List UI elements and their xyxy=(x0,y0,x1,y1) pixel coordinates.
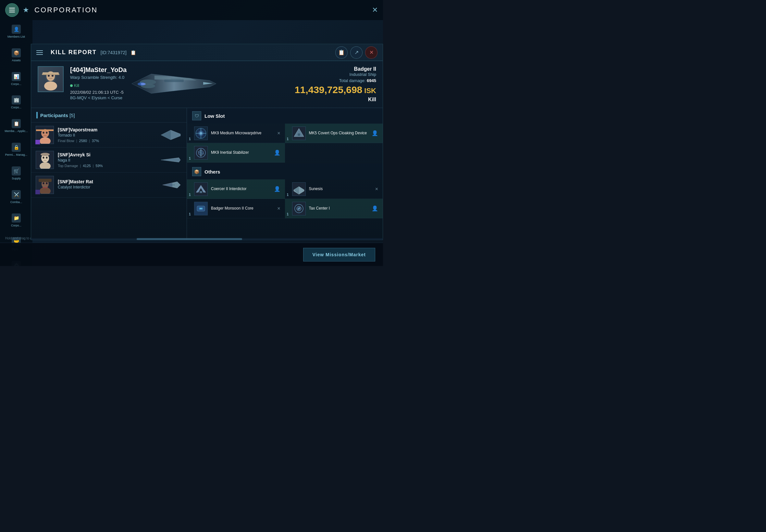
sidebar-item-combat[interactable]: ⚔️ Comba... xyxy=(2,188,31,206)
modal-close-button[interactable]: ✕ xyxy=(365,46,377,59)
sidebar-item-corp2[interactable]: 🏢 Corpo... xyxy=(2,93,31,111)
participant-name-2: [SNF]Avreyk Si xyxy=(58,152,159,157)
svg-rect-21 xyxy=(36,129,54,131)
equipment-panel: 🛡 Low Slot 1 xyxy=(187,108,383,240)
item-name-stab: MK9 Inertial Stabilizer xyxy=(211,150,249,155)
tax-center-icon-svg xyxy=(292,202,305,215)
participant-info-1: [SNF]Vaporstream Tornado II Final Blow |… xyxy=(58,127,159,143)
svg-rect-6 xyxy=(42,74,59,75)
modal-title: KILL REPORT xyxy=(51,49,97,56)
rank-badge-3 xyxy=(35,190,40,194)
item-qty: 1 xyxy=(287,212,289,216)
svg-point-51 xyxy=(298,133,300,136)
percent-stat-1: 37% xyxy=(92,139,99,143)
item-name-mwd: MK9 Medium Microwarpdrive xyxy=(211,131,261,136)
item-icon-taxcenter xyxy=(292,202,306,215)
sidebar-item-members[interactable]: 👤 Members List xyxy=(2,23,31,41)
participants-count: [5] xyxy=(69,113,75,118)
corp2-icon: 🏢 xyxy=(12,95,21,104)
item-icon-coercer xyxy=(194,182,208,196)
corp3-icon: 📁 xyxy=(12,213,21,223)
others-title: Others xyxy=(204,169,220,175)
item-action-sunesis[interactable]: × xyxy=(375,186,378,192)
participant-info-2: [SNF]Avreyk Si Naga II Top Damage | 4125… xyxy=(58,152,159,168)
item-action-tax-center[interactable]: 👤 xyxy=(371,205,378,212)
item-name-cloak: MK5 Covert Ops Cloaking Device xyxy=(309,131,367,136)
others-icon: 📦 xyxy=(192,167,201,176)
clipboard-button[interactable]: 📋 xyxy=(335,46,347,59)
copy-id-button[interactable]: 📋 xyxy=(130,50,136,55)
sidebar-item-assets[interactable]: 📦 Assets xyxy=(2,46,31,64)
svg-point-2 xyxy=(44,81,57,91)
modal-ham-line-1 xyxy=(36,50,43,51)
item-action-cloak[interactable]: 👤 xyxy=(371,130,378,136)
kill-type-final: Kill xyxy=(368,97,376,103)
participant-stats-2: Top Damage | 4125 | 59% xyxy=(58,164,159,168)
hamburger-button[interactable] xyxy=(5,3,19,17)
close-app-button[interactable]: ✕ xyxy=(372,6,378,14)
app-title: CORPORATION xyxy=(34,6,98,14)
item-action-mwd[interactable]: × xyxy=(277,130,280,136)
sidebar-label-member-app: Membe... Applic... xyxy=(5,129,28,133)
perms-icon: 🔒 xyxy=(12,143,21,152)
sidebar-item-corp1[interactable]: 📊 Corpo... xyxy=(2,70,31,88)
kill-type-badge: Kill xyxy=(70,83,79,88)
assets-icon: 📦 xyxy=(12,48,21,57)
sidebar-item-perms[interactable]: 🔒 Permi... Manag... xyxy=(2,141,31,159)
corp1-icon: 📊 xyxy=(12,72,21,81)
item-row[interactable]: 1 MK9 Inertial Stabilizer 👤 xyxy=(187,143,285,163)
item-name-badger-core: Badger Monsoon II Core xyxy=(211,206,253,211)
item-action-coercer[interactable]: 👤 xyxy=(274,186,280,192)
participant-row[interactable]: [SNF]Avreyk Si Naga II Top Damage | 4125… xyxy=(31,148,187,173)
export-button[interactable]: ↗ xyxy=(350,46,362,59)
sidebar-label-corp2: Corpo... xyxy=(11,106,21,109)
kill-report-modal: KILL REPORT [ID:7431972] 📋 📋 ↗ ✕ xyxy=(31,44,383,240)
hamburger-lines-icon xyxy=(9,8,15,12)
participant-info-3: [SNF]Master Rat Catalyst Interdictor xyxy=(58,179,159,191)
participant-ship-img-2 xyxy=(159,152,182,168)
modal-menu-button[interactable] xyxy=(36,47,47,58)
participants-header: Participants [5] xyxy=(31,108,187,123)
sidebar-label-corp1: Corpo... xyxy=(11,82,21,86)
item-row[interactable]: 1 MK9 Medium Microwarpdrive xyxy=(187,124,285,143)
others-section-header: 📦 Others xyxy=(187,164,383,179)
item-name-coercer: Coercer II Interdictor xyxy=(211,187,246,192)
sidebar-item-member-app[interactable]: 📋 Membe... Applic... xyxy=(2,117,31,135)
item-qty: 1 xyxy=(287,193,289,197)
participant-stats-1: Final Blow | 2580 | 37% xyxy=(58,139,159,143)
item-row[interactable]: 1 Coercer II Interdictor 👤 xyxy=(187,179,285,199)
victim-avatar xyxy=(38,66,64,92)
kill-info-section: [404]MaSter_YoDa Warp Scramble Strength:… xyxy=(31,61,383,108)
participant-row[interactable]: [SNF]Master Rat Catalyst Interdictor xyxy=(31,173,187,198)
item-action-stab[interactable]: 👤 xyxy=(274,150,280,156)
isk-value: 11,439,725,698 xyxy=(295,84,362,95)
item-row[interactable]: 1 Sunesis × xyxy=(285,179,383,199)
ship-img-svg-2 xyxy=(159,152,182,168)
item-row[interactable]: 1 Badger Monsoon II Core × xyxy=(187,199,285,218)
item-action-badger-core[interactable]: × xyxy=(277,206,280,212)
combat-icon: ⚔️ xyxy=(12,190,21,199)
participant-ship-2: Naga II xyxy=(58,158,159,163)
avatar-svg xyxy=(39,68,62,91)
participant-ship-img-3 xyxy=(159,177,182,193)
bottom-bar: Hold and drag to adjust the feature port… xyxy=(0,243,383,266)
modal-actions: 📋 ↗ ✕ xyxy=(335,46,377,59)
svg-point-29 xyxy=(41,153,50,156)
kill-badge-dot xyxy=(70,84,73,87)
view-missions-button[interactable]: View Missions/Market xyxy=(303,248,375,261)
scroll-indicator xyxy=(31,238,383,240)
item-row[interactable]: 1 Tax Center I 👤 xyxy=(285,199,383,218)
sidebar-label-perms: Permi... Manag... xyxy=(5,153,28,157)
participant-ship-3: Catalyst Interdictor xyxy=(58,185,159,189)
isk-row: 11,439,725,698 ISK xyxy=(295,84,376,95)
sidebar-item-corp3[interactable]: 📁 Corpo... xyxy=(2,212,31,229)
ship-svg xyxy=(125,66,223,102)
item-row[interactable]: 1 MK5 Covert Ops Cloaking Device 👤 xyxy=(285,124,383,143)
damage-label: Total damage: 6945 xyxy=(339,78,376,83)
svg-rect-37 xyxy=(39,179,52,182)
avatar-image xyxy=(38,67,63,91)
avatar-svg-2 xyxy=(36,151,54,169)
participant-row[interactable]: [SNF]Vaporstream Tornado II Final Blow |… xyxy=(31,123,187,148)
sidebar-item-supply[interactable]: 🛒 Supply xyxy=(2,164,31,182)
item-qty: 1 xyxy=(189,137,191,141)
